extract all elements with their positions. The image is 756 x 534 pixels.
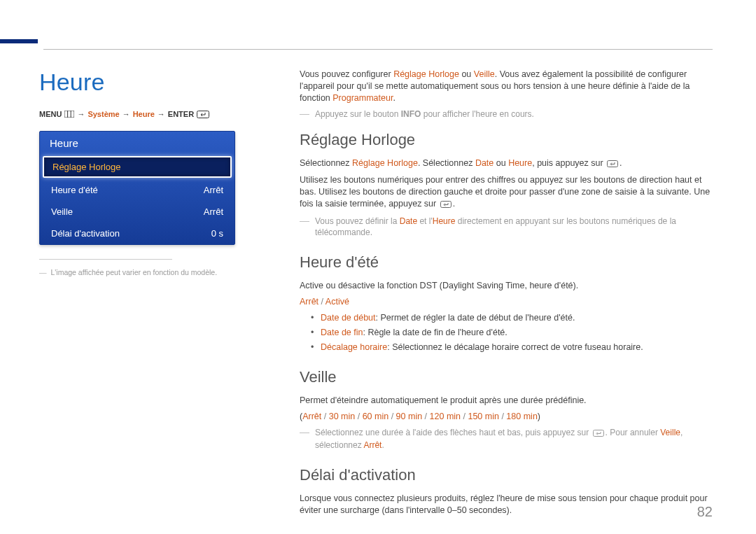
text: ou [459, 69, 474, 79]
left-divider [39, 259, 172, 260]
ve-options: (Arrêt / 30 min / 60 min / 90 min / 120 … [300, 411, 713, 423]
arrow-icon: → [158, 110, 165, 118]
he-bullets: Date de début: Permet de régler la date … [300, 312, 713, 353]
h2-reglage: Réglage Horloge [300, 129, 713, 150]
opt: 30 min [329, 412, 356, 421]
page-title: Heure [39, 69, 272, 96]
text: Vous pouvez définir la [315, 216, 400, 226]
breadcrumb-menu: MENU [39, 110, 62, 118]
opt: Arrêt [300, 297, 318, 307]
dash-icon [300, 221, 309, 222]
text: : Permet de régler la date de début de l… [376, 313, 575, 323]
text: . [620, 158, 622, 168]
link-programmateur: Programmateur [332, 93, 393, 103]
enter-icon [593, 428, 604, 440]
osd-item-value: Arrêt [204, 206, 223, 217]
opt: 60 min [363, 412, 389, 421]
ve-p1: Permet d'éteindre automatiquement le pro… [300, 395, 713, 407]
h2-heure-ete: Heure d'été [300, 252, 713, 273]
link: Réglage Horloge [352, 158, 418, 168]
link: Date [400, 216, 417, 226]
link: Date [475, 158, 493, 168]
text: . Sélectionnez [418, 158, 475, 168]
menu-grid-icon [64, 110, 74, 118]
text: : Sélectionnez le décalage horaire corre… [387, 342, 643, 352]
osd-item-delai[interactable]: Délai d'activation 0 s [40, 223, 234, 244]
osd-item-reglage[interactable]: Réglage Horloge [43, 156, 232, 178]
link: Date de fin [321, 328, 363, 337]
top-divider [43, 49, 713, 50]
link: Date de début [321, 313, 376, 323]
link-reglage: Réglage Horloge [393, 69, 459, 79]
h2-veille: Veille [300, 367, 713, 388]
he-p1: Active ou désactive la fonction DST (Day… [300, 280, 713, 292]
text: Vous pouvez configurer [300, 69, 393, 79]
link: Veille [660, 428, 680, 437]
arrow-icon: → [122, 110, 130, 118]
sep: / [499, 412, 506, 421]
opt: 150 min [468, 412, 498, 421]
rh-p1: Sélectionnez Réglage Horloge. Sélectionn… [300, 157, 713, 171]
text: Utilisez les boutons numériques pour ent… [300, 175, 710, 209]
list-item: Date de début: Permet de régler la date … [311, 312, 713, 324]
breadcrumb-enter: ENTER [168, 110, 194, 118]
osd-item-heure-ete[interactable]: Heure d'été Arrêt [40, 179, 234, 201]
enter-icon [440, 199, 451, 211]
arrow-icon: → [77, 110, 85, 118]
left-footnote-text: L'image affichée peut varier en fonction… [51, 268, 218, 276]
text: ou [493, 158, 508, 168]
osd-title: Heure [40, 132, 234, 155]
sep: / [461, 412, 468, 421]
osd-item-label: Réglage Horloge [52, 162, 121, 172]
text: Sélectionnez [300, 158, 352, 168]
text: Sélectionnez une durée à l'aide des flèc… [315, 428, 592, 437]
left-footnote: ―L'image affichée peut varier en fonctio… [39, 268, 272, 276]
list-item: Date de fin: Règle la date de fin de l'h… [311, 327, 713, 339]
enter-icon [607, 159, 618, 171]
osd-item-label: Délai d'activation [51, 228, 120, 239]
enter-icon [197, 110, 209, 118]
content-row: Heure MENU → Système → Heure → ENTER Heu… [39, 69, 713, 521]
info-note: Appuyez sur le bouton INFO pour afficher… [300, 108, 713, 120]
dash-icon [300, 433, 309, 433]
rh-note: Vous pouvez définir la Date et l'Heure d… [300, 216, 713, 238]
text: . [453, 199, 455, 209]
text: : Règle la date de fin de l'heure d'été. [363, 328, 507, 337]
info-bold: INFO [401, 109, 421, 119]
osd-item-label: Veille [51, 206, 73, 217]
text: . [393, 93, 395, 103]
breadcrumb: MENU → Système → Heure → ENTER [39, 110, 272, 118]
osd-item-veille[interactable]: Veille Arrêt [40, 201, 234, 223]
link: Arrêt [363, 440, 382, 450]
list-item: Décalage horaire: Sélectionnez le décala… [311, 342, 713, 353]
page-number: 82 [697, 504, 713, 520]
text: . Pour annuler [606, 428, 661, 437]
text: pour afficher l'heure en cours. [421, 109, 534, 119]
text: et l' [417, 216, 433, 226]
osd-panel: Heure Réglage Horloge Heure d'été Arrêt … [39, 131, 235, 245]
sep: / [321, 412, 328, 421]
ve-note: Sélectionnez une durée à l'aide des flèc… [300, 427, 713, 451]
osd-item-value: 0 s [211, 228, 223, 239]
dash-icon [300, 114, 309, 115]
tab-marker [0, 39, 38, 43]
opt: 180 min [506, 412, 537, 421]
sep: / [355, 412, 362, 421]
intro-paragraph: Vous pouvez configurer Réglage Horloge o… [300, 69, 713, 104]
sep: / [388, 412, 396, 421]
opt: Arrêt [302, 412, 321, 421]
opt: 90 min [396, 412, 423, 421]
breadcrumb-heure: Heure [133, 110, 155, 118]
text: Appuyez sur le bouton [315, 109, 401, 119]
he-options: Arrêt / Activé [300, 296, 713, 308]
page: Heure MENU → Système → Heure → ENTER Heu… [0, 0, 756, 534]
svg-rect-0 [64, 111, 74, 118]
text: . [382, 440, 384, 450]
opt: 120 min [430, 412, 461, 421]
h2-delai: Délai d'activation [300, 465, 713, 486]
left-column: Heure MENU → Système → Heure → ENTER Heu… [39, 69, 272, 521]
link: Heure [508, 158, 532, 168]
link-veille: Veille [474, 69, 495, 79]
right-column: Vous pouvez configurer Réglage Horloge o… [300, 69, 713, 521]
osd-item-label: Heure d'été [51, 185, 98, 195]
